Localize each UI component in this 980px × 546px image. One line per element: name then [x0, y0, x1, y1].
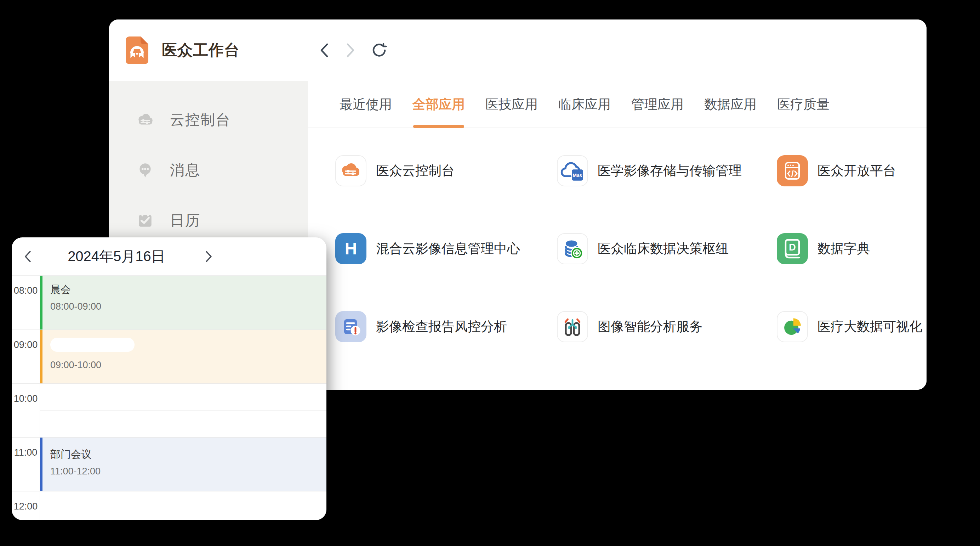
- calendar-row-0900: 09:00 09:00-10:00: [12, 329, 326, 383]
- svg-text:Mas: Mas: [573, 172, 582, 178]
- event-title: 部门会议: [50, 447, 326, 462]
- app-bigdata-visualization[interactable]: 医疗大数据可视化: [777, 311, 926, 389]
- time-slot: 09:00-10:00: [40, 330, 326, 383]
- calendar-prev-button[interactable]: [22, 249, 33, 264]
- cloud-console-icon: [335, 155, 366, 186]
- cloud-storage-mas-icon: Mas: [557, 155, 588, 186]
- app-cloud-console[interactable]: 医众云控制台: [335, 155, 557, 233]
- tab-all-apps[interactable]: 全部应用: [412, 81, 465, 128]
- calendar-row-1000: 10:00: [12, 383, 326, 437]
- tab-bar: 最近使用 全部应用 医技应用 临床应用 管理应用 数据应用 医疗质量: [308, 81, 926, 128]
- calendar-row-1100: 11:00 部门会议 11:00-12:00: [12, 437, 326, 491]
- calendar-grid: 08:00 晨会 08:00-09:00 09:00 09:00-10:00: [12, 276, 326, 520]
- clinical-database-icon: [557, 233, 588, 264]
- calendar-row-1200: 12:00: [12, 491, 326, 520]
- hybrid-cloud-h-icon: H: [335, 233, 366, 264]
- svg-text:D: D: [789, 242, 796, 252]
- event-department-meeting[interactable]: 部门会议 11:00-12:00: [40, 437, 326, 491]
- app-label: 混合云影像信息管理中心: [376, 240, 520, 258]
- message-icon: [136, 161, 154, 179]
- event-time: 08:00-09:00: [50, 301, 326, 312]
- sidebar-item-label: 日历: [170, 211, 200, 230]
- cloud-settings-icon: [136, 111, 154, 129]
- lungs-ai-icon: [557, 311, 588, 342]
- active-tab-underline: [413, 125, 464, 128]
- app-label: 医学影像存储与传输管理: [598, 162, 742, 180]
- calendar-date: 2024年5月16日: [63, 247, 170, 266]
- svg-text:H: H: [345, 239, 357, 258]
- time-label: 12:00: [12, 492, 40, 520]
- app-hybrid-cloud-center[interactable]: H 混合云影像信息管理中心: [335, 233, 557, 311]
- open-platform-code-icon: [777, 155, 808, 186]
- time-label: 11:00: [12, 437, 40, 491]
- app-image-storage[interactable]: Mas 医学影像存储与传输管理: [557, 155, 777, 233]
- data-dictionary-icon: D: [777, 233, 808, 264]
- app-report-risk-analysis[interactable]: 影像检查报告风控分析: [335, 311, 557, 389]
- event-time: 11:00-12:00: [50, 466, 326, 477]
- sidebar-item-messages[interactable]: 消息: [109, 145, 308, 195]
- time-slot: 晨会 08:00-09:00: [40, 276, 326, 329]
- app-label: 数据字典: [818, 240, 870, 258]
- sidebar-item-cloud-console[interactable]: 云控制台: [109, 94, 308, 145]
- app-image-ai-analysis[interactable]: 图像智能分析服务: [557, 311, 777, 389]
- sidebar-item-label: 消息: [170, 161, 200, 180]
- app-clinical-data-hub[interactable]: 医众临床数据决策枢纽: [557, 233, 777, 311]
- half-hour-line: [40, 410, 326, 411]
- time-slot: 部门会议 11:00-12:00: [40, 437, 326, 491]
- refresh-button[interactable]: [371, 40, 387, 61]
- sidebar-item-label: 云控制台: [170, 110, 231, 130]
- event-title: 晨会: [50, 283, 326, 297]
- nav-group: [316, 19, 387, 81]
- report-risk-icon: [335, 311, 366, 342]
- app-label: 医众开放平台: [818, 162, 896, 180]
- app-label: 影像检查报告风控分析: [376, 318, 507, 335]
- tab-data[interactable]: 数据应用: [704, 81, 757, 128]
- time-label: 10:00: [12, 384, 40, 437]
- time-slot: [40, 492, 326, 520]
- event-time: 09:00-10:00: [50, 360, 326, 370]
- time-label: 08:00: [12, 276, 40, 329]
- app-label: 医众临床数据决策枢纽: [598, 240, 729, 258]
- event-morning-meeting[interactable]: 晨会 08:00-09:00: [40, 276, 326, 329]
- calendar-header: 2024年5月16日: [12, 237, 326, 276]
- calendar-panel: 2024年5月16日 08:00 晨会 08:00-09:00 09:00: [12, 237, 326, 520]
- content-area: 最近使用 全部应用 医技应用 临床应用 管理应用 数据应用 医疗质量: [308, 81, 926, 390]
- tab-recent[interactable]: 最近使用: [339, 81, 392, 128]
- tab-quality[interactable]: 医疗质量: [777, 81, 829, 128]
- app-data-dictionary[interactable]: D 数据字典: [777, 233, 926, 311]
- calendar-icon: [136, 212, 154, 229]
- tab-clinical[interactable]: 临床应用: [558, 81, 611, 128]
- calendar-next-button[interactable]: [203, 249, 215, 264]
- app-title: 医众工作台: [162, 40, 240, 61]
- app-label: 医众云控制台: [376, 162, 455, 180]
- app-logo-icon: [126, 37, 148, 64]
- back-button[interactable]: [316, 40, 332, 61]
- calendar-row-0800: 08:00 晨会 08:00-09:00: [12, 276, 326, 329]
- window-header: 医众工作台: [109, 19, 926, 81]
- app-open-platform[interactable]: 医众开放平台: [777, 155, 926, 233]
- app-label: 图像智能分析服务: [598, 318, 702, 335]
- tab-medtech[interactable]: 医技应用: [485, 81, 538, 128]
- event-redacted[interactable]: 09:00-10:00: [40, 330, 326, 383]
- forward-button[interactable]: [343, 40, 359, 61]
- tab-management[interactable]: 管理应用: [631, 81, 684, 128]
- time-slot: [40, 384, 326, 437]
- time-label: 09:00: [12, 330, 40, 383]
- app-grid: 医众云控制台 Mas 医学影像存储与传输管理: [308, 128, 926, 389]
- app-label: 医疗大数据可视化: [818, 318, 922, 335]
- screen: 医众工作台: [0, 0, 980, 546]
- redacted-event-title: [50, 338, 135, 352]
- pie-chart-icon: [777, 311, 808, 342]
